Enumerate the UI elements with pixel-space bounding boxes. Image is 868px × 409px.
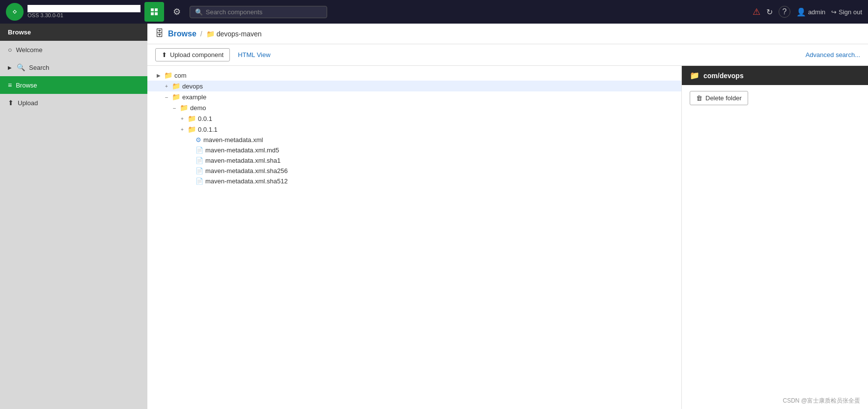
breadcrumb-folder-icon: 📁 (206, 30, 215, 38)
delete-folder-button[interactable]: 🗑 Delete folder (690, 91, 748, 105)
app-logo: Sonatype Nexus Repository Manager OSS 3.… (6, 3, 140, 21)
upload-button-label: Upload component (170, 51, 224, 58)
html-view-button[interactable]: HTML View (236, 49, 272, 61)
top-navigation: Sonatype Nexus Repository Manager OSS 3.… (0, 0, 868, 24)
delete-folder-label: Delete folder (705, 94, 742, 102)
delete-icon: 🗑 (696, 94, 702, 102)
topnav-right-section: ⚠ ↻ ? 👤 admin ↪ Sign out (753, 6, 862, 18)
tree-label-0.0.1.1: 0.0.1.1 (198, 126, 218, 133)
svg-rect-3 (155, 8, 158, 11)
upload-button-icon: ⬆ (162, 51, 167, 58)
xml-file-icon: ⚙ (196, 136, 201, 144)
tree-item-0.0.1.1[interactable]: + 📁 0.0.1.1 (147, 124, 681, 135)
detail-folder-icon: 📁 (690, 71, 700, 80)
toolbar: ⬆ Upload component HTML View Advanced se… (147, 44, 868, 66)
tree-label-maven-xml: maven-metadata.xml (203, 136, 263, 144)
tree-item-maven-metadata-sha512[interactable]: 📄 maven-metadata.xml.sha512 (147, 176, 681, 186)
toggle-0.0.1: + (179, 116, 186, 121)
upload-component-button[interactable]: ⬆ Upload component (155, 48, 230, 61)
nav-home-icon[interactable] (144, 2, 164, 22)
sidebar-item-browse[interactable]: ≡ Browse (0, 76, 147, 94)
tree-label-maven-sha1: maven-metadata.xml.sha1 (205, 157, 280, 164)
sidebar-item-welcome[interactable]: ○ Welcome (0, 41, 147, 58)
file-icon-sha1: 📄 (196, 157, 203, 164)
search-input[interactable] (206, 8, 314, 16)
detail-body: 🗑 Delete folder (682, 85, 868, 111)
detail-panel: 📁 com/devops 🗑 Delete folder (681, 66, 868, 409)
signout-icon: ↪ (831, 8, 837, 16)
main-content: 🗄 Browse / 📁 devops-maven ⬆ Upload compo… (147, 24, 868, 409)
tree-label-maven-sha256: maven-metadata.xml.sha256 (205, 167, 288, 175)
svg-rect-4 (151, 12, 154, 15)
tree-item-maven-metadata-md5[interactable]: 📄 maven-metadata.xml.md5 (147, 145, 681, 155)
search-expand-arrow: ▶ (8, 65, 12, 70)
main-layout: Browse ○ Welcome ▶ 🔍 Search ≡ Browse ⬆ U… (0, 24, 868, 409)
file-icon-md5: 📄 (196, 146, 203, 154)
breadcrumb-db-icon: 🗄 (155, 29, 164, 39)
toggle-example: – (163, 94, 170, 100)
tree-label-demo: demo (190, 104, 206, 112)
sidebar-item-upload[interactable]: ⬆ Upload (0, 94, 147, 112)
detail-title: com/devops (703, 72, 744, 80)
detail-header: 📁 com/devops (682, 66, 868, 85)
help-icon[interactable]: ? (779, 6, 790, 18)
folder-icon-demo: 📁 (180, 104, 188, 112)
tree-item-maven-metadata-xml[interactable]: ⚙ maven-metadata.xml (147, 135, 681, 145)
breadcrumb-current: 📁 devops-maven (206, 30, 262, 38)
signout-label: Sign out (839, 8, 862, 16)
welcome-icon: ○ (8, 46, 12, 54)
sidebar-item-label: Search (29, 64, 49, 71)
sidebar-header: Browse (0, 24, 147, 41)
svg-rect-5 (155, 12, 158, 15)
breadcrumb-separator: / (200, 30, 202, 38)
signout-button[interactable]: ↪ Sign out (831, 8, 862, 16)
folder-icon-0.0.1.1: 📁 (188, 125, 196, 133)
tree-label-maven-md5: maven-metadata.xml.md5 (205, 146, 279, 154)
logo-icon (6, 3, 24, 21)
settings-icon[interactable]: ⚙ (168, 3, 186, 21)
tree-item-maven-metadata-sha1[interactable]: 📄 maven-metadata.xml.sha1 (147, 155, 681, 166)
browse-icon: ≡ (8, 81, 12, 89)
folder-icon-com: 📁 (164, 71, 172, 79)
refresh-icon[interactable]: ↻ (766, 7, 773, 17)
file-tree-panel: ▶ 📁 com + 📁 devops – 📁 example (147, 66, 681, 409)
content-area: ▶ 📁 com + 📁 devops – 📁 example (147, 66, 868, 409)
sidebar-item-search[interactable]: ▶ 🔍 Search (0, 58, 147, 76)
svg-rect-2 (151, 8, 154, 11)
browse-breadcrumb-link[interactable]: Browse (168, 29, 196, 38)
file-icon-sha512: 📄 (196, 177, 203, 185)
folder-icon-0.0.1: 📁 (188, 115, 196, 122)
tree-item-maven-metadata-sha256[interactable]: 📄 maven-metadata.xml.sha256 (147, 166, 681, 176)
sidebar-item-label: Upload (18, 99, 38, 107)
tree-label-example: example (182, 93, 206, 101)
search-bar[interactable]: 🔍 (190, 6, 327, 18)
user-menu[interactable]: 👤 admin (796, 7, 825, 17)
breadcrumb: 🗄 Browse / 📁 devops-maven (147, 24, 868, 44)
toggle-com: ▶ (155, 73, 162, 78)
sidebar-item-label: Welcome (16, 46, 42, 54)
search-nav-icon: 🔍 (17, 63, 25, 71)
folder-icon-example: 📁 (172, 93, 180, 101)
svg-point-1 (14, 11, 16, 13)
tree-label-devops: devops (182, 83, 203, 90)
user-icon: 👤 (796, 7, 806, 17)
alert-icon[interactable]: ⚠ (753, 6, 760, 17)
sidebar-item-label: Browse (16, 82, 37, 89)
tree-label-maven-sha512: maven-metadata.xml.sha512 (205, 177, 288, 185)
upload-nav-icon: ⬆ (8, 99, 14, 107)
tree-item-0.0.1[interactable]: + 📁 0.0.1 (147, 113, 681, 124)
tree-label-com: com (174, 72, 187, 79)
app-title: Sonatype Nexus Repository Manager OSS 3.… (28, 5, 140, 19)
tree-item-devops[interactable]: + 📁 devops (147, 81, 681, 91)
advanced-search-link[interactable]: Advanced search... (806, 51, 860, 58)
tree-label-0.0.1: 0.0.1 (198, 115, 212, 122)
tree-item-com[interactable]: ▶ 📁 com (147, 70, 681, 81)
sidebar: Browse ○ Welcome ▶ 🔍 Search ≡ Browse ⬆ U… (0, 24, 147, 409)
toggle-devops: + (163, 84, 170, 89)
toggle-demo: – (171, 105, 178, 111)
breadcrumb-current-label: devops-maven (217, 30, 262, 38)
folder-icon-devops: 📁 (172, 82, 180, 90)
toggle-0.0.1.1: + (179, 127, 186, 132)
tree-item-demo[interactable]: – 📁 demo (147, 102, 681, 113)
tree-item-example[interactable]: – 📁 example (147, 91, 681, 102)
